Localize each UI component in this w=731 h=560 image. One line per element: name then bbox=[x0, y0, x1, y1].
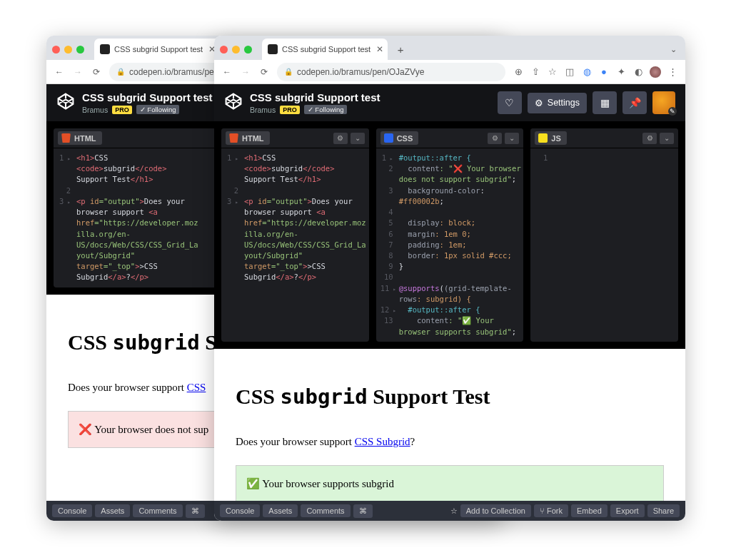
shortcut-button[interactable]: ⌘ bbox=[353, 504, 373, 518]
gear-icon[interactable]: ⚙ bbox=[488, 133, 502, 144]
browser-tab[interactable]: CSS subgrid Support test ✕ bbox=[94, 39, 220, 60]
minimize-window-icon[interactable] bbox=[232, 46, 240, 54]
zoom-icon[interactable]: ⊕ bbox=[513, 66, 524, 78]
comments-button[interactable]: Comments bbox=[133, 504, 182, 517]
pen-title: CSS subgrid Support test bbox=[250, 91, 380, 103]
following-badge[interactable]: Following bbox=[136, 105, 180, 114]
close-window-icon[interactable] bbox=[52, 46, 60, 54]
close-tab-icon[interactable]: ✕ bbox=[376, 44, 383, 54]
header-actions: ♡ ⚙ Settings ▦ 📌 bbox=[498, 91, 675, 114]
url-field[interactable]: 🔒 codepen.io/bramus/pen/OJaZVye bbox=[277, 63, 505, 81]
reload-button[interactable]: ⟳ bbox=[258, 67, 270, 77]
codepen-logo-icon[interactable] bbox=[224, 92, 243, 113]
url-text: codepen.io/bramus/pen/OJaZVye bbox=[297, 67, 424, 77]
gear-icon[interactable]: ⚙ bbox=[333, 133, 348, 144]
forward-button[interactable]: → bbox=[72, 67, 84, 77]
assets-button[interactable]: Assets bbox=[263, 504, 298, 517]
tabs-chevron-icon[interactable]: ⌄ bbox=[670, 45, 677, 54]
maximize-window-icon[interactable] bbox=[244, 46, 252, 54]
assets-button[interactable]: Assets bbox=[95, 504, 130, 517]
preview-pane: CSS subgrid Support Test Does your brows… bbox=[214, 349, 685, 501]
pro-badge: PRO bbox=[112, 106, 132, 114]
pen-author[interactable]: Bramus bbox=[82, 106, 108, 114]
tab-title: CSS subgrid Support test bbox=[114, 45, 203, 54]
star-icon[interactable]: ☆ bbox=[450, 506, 458, 516]
js-pane: JS ⚙⌄ 1 bbox=[530, 128, 678, 342]
kebab-menu-icon[interactable]: ⋮ bbox=[667, 66, 678, 78]
tab-bar: CSS subgrid Support test ✕ + ⌄ bbox=[214, 36, 685, 60]
chevron-down-icon[interactable]: ⌄ bbox=[660, 133, 674, 144]
css-subgrid-link[interactable]: CSS bbox=[187, 382, 206, 393]
view-layout-button[interactable]: ▦ bbox=[593, 91, 617, 114]
console-button[interactable]: Console bbox=[220, 504, 260, 517]
shortcut-button[interactable]: ⌘ bbox=[186, 504, 205, 518]
address-bar: ← → ⟳ 🔒 codepen.io/bramus/pen/OJaZVye ⊕ … bbox=[214, 60, 685, 84]
new-tab-button[interactable]: + bbox=[392, 41, 409, 58]
chevron-down-icon[interactable]: ⌄ bbox=[351, 133, 365, 144]
maximize-window-icon[interactable] bbox=[76, 46, 84, 54]
reload-button[interactable]: ⟳ bbox=[91, 67, 102, 77]
css-subgrid-link[interactable]: CSS Subgrid bbox=[355, 436, 410, 447]
gear-icon[interactable]: ⚙ bbox=[642, 133, 657, 144]
css-icon bbox=[384, 133, 393, 143]
js-pane-label: JS bbox=[535, 131, 566, 145]
output-supported: ✅ Your browser supports subgrid bbox=[236, 465, 664, 501]
lock-icon: 🔒 bbox=[116, 68, 125, 76]
add-to-collection-button[interactable]: Add to Collection bbox=[460, 504, 531, 517]
close-window-icon[interactable] bbox=[220, 46, 228, 54]
pen-title: CSS subgrid Support test bbox=[82, 91, 213, 103]
fork-button[interactable]: ⑂ Fork bbox=[534, 504, 568, 517]
star-icon[interactable]: ☆ bbox=[547, 66, 558, 78]
settings-button[interactable]: ⚙ Settings bbox=[528, 93, 587, 113]
profile-avatar-icon[interactable] bbox=[650, 66, 661, 78]
chevron-down-icon[interactable]: ⌄ bbox=[505, 133, 519, 144]
export-button[interactable]: Export bbox=[610, 504, 645, 517]
share-icon[interactable]: ⇧ bbox=[530, 66, 541, 78]
browser-tab[interactable]: CSS subgrid Support test ✕ bbox=[262, 39, 388, 60]
back-button[interactable]: ← bbox=[221, 67, 233, 77]
html-pane-label: HTML bbox=[58, 131, 102, 145]
pro-badge: PRO bbox=[280, 106, 300, 114]
preview-heading: CSS subgrid Support Test bbox=[236, 385, 664, 409]
html-pane-label: HTML bbox=[226, 131, 270, 145]
favicon-icon bbox=[100, 44, 110, 54]
pin-button[interactable]: 📌 bbox=[622, 91, 647, 114]
codepen-logo-icon[interactable] bbox=[56, 92, 75, 113]
tab-title: CSS subgrid Support test bbox=[282, 45, 370, 54]
css-pane: CSS ⚙⌄ 1#output::after { 2 content: "❌ Y… bbox=[376, 128, 524, 342]
lock-icon: 🔒 bbox=[284, 68, 293, 76]
favicon-icon bbox=[268, 44, 278, 54]
css-code[interactable]: 1#output::after { 2 content: "❌ Your bro… bbox=[376, 148, 524, 342]
js-code[interactable]: 1 bbox=[530, 148, 678, 168]
html-icon bbox=[61, 133, 71, 143]
embed-button[interactable]: Embed bbox=[571, 504, 608, 517]
ext-icon-3[interactable]: ● bbox=[598, 66, 610, 78]
user-avatar[interactable] bbox=[652, 91, 675, 114]
html-icon bbox=[229, 133, 238, 143]
minimize-window-icon[interactable] bbox=[64, 46, 72, 54]
html-pane: HTML ⚙⌄ 1<h1>CSS <code>subgrid</code> Su… bbox=[221, 128, 369, 342]
preview-question: Does your browser support CSS Subgrid? bbox=[236, 436, 664, 448]
ext-icon-2[interactable]: ◍ bbox=[581, 66, 593, 78]
extension-icons: ⊕ ⇧ ☆ ◫ ◍ ● ✦ ◐ ⋮ bbox=[513, 66, 678, 78]
love-button[interactable]: ♡ bbox=[498, 91, 522, 114]
forward-button[interactable]: → bbox=[240, 67, 251, 77]
ext-icon-1[interactable]: ◫ bbox=[564, 66, 575, 78]
codepen-footer: Console Assets Comments ⌘ ☆ Add to Colle… bbox=[214, 501, 685, 521]
html-code[interactable]: 1<h1>CSS <code>subgrid</code> Support Te… bbox=[221, 148, 369, 287]
following-badge[interactable]: Following bbox=[304, 105, 348, 114]
codepen-header: CSS subgrid Support test Bramus PRO Foll… bbox=[214, 84, 685, 121]
browser-window-right: CSS subgrid Support test ✕ + ⌄ ← → ⟳ 🔒 c… bbox=[214, 36, 685, 521]
pen-author[interactable]: Bramus bbox=[250, 106, 276, 114]
console-button[interactable]: Console bbox=[52, 504, 92, 517]
ext-icon-4[interactable]: ◐ bbox=[632, 66, 644, 78]
back-button[interactable]: ← bbox=[54, 67, 65, 77]
js-icon bbox=[538, 133, 548, 143]
share-button[interactable]: Share bbox=[647, 504, 680, 517]
window-controls[interactable] bbox=[52, 46, 84, 54]
comments-button[interactable]: Comments bbox=[301, 504, 350, 517]
extensions-puzzle-icon[interactable]: ✦ bbox=[615, 66, 627, 78]
window-controls[interactable] bbox=[220, 46, 252, 54]
css-pane-label: CSS bbox=[380, 131, 419, 145]
editor-row: HTML ⚙⌄ 1<h1>CSS <code>subgrid</code> Su… bbox=[214, 121, 685, 349]
